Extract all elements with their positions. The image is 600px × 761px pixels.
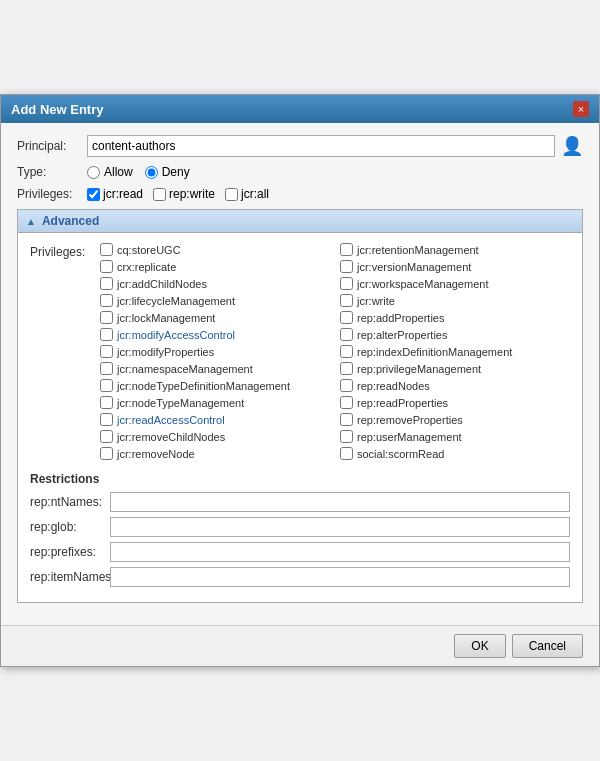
priv-item: jcr:versionManagement [340,260,570,273]
allow-radio-text: Allow [104,165,133,179]
jcr-all-label[interactable]: jcr:all [225,187,269,201]
priv-item: jcr:nodeTypeDefinitionManagement [100,379,330,392]
rep-userManagement-label: rep:userManagement [357,431,462,443]
rep-write-label[interactable]: rep:write [153,187,215,201]
close-button[interactable]: × [573,101,589,117]
rep-userManagement-checkbox[interactable] [340,430,353,443]
jcr-addChildNodes-checkbox[interactable] [100,277,113,290]
rep-privilegeManagement-label: rep:privilegeManagement [357,363,481,375]
jcr-namespaceManagement-checkbox[interactable] [100,362,113,375]
restriction-prefixes-input[interactable] [110,542,570,562]
jcr-lifecycleManagement-label: jcr:lifecycleManagement [117,295,235,307]
priv-left-col: cq:storeUGC crx:replicate jcr:addChildNo… [100,243,330,460]
advanced-privileges-label: Privileges: [30,243,100,460]
priv-item: crx:replicate [100,260,330,273]
rep-indexDefinitionManagement-label: rep:indexDefinitionManagement [357,346,512,358]
type-label: Type: [17,165,87,179]
principal-input[interactable] [87,135,555,157]
cq-storeUGC-checkbox[interactable] [100,243,113,256]
priv-item: jcr:modifyAccessControl [100,328,330,341]
rep-indexDefinitionManagement-checkbox[interactable] [340,345,353,358]
deny-radio[interactable] [145,166,158,179]
jcr-removeChildNodes-label: jcr:removeChildNodes [117,431,225,443]
restriction-itemNames-label: rep:itemNames: [30,570,110,584]
ok-button[interactable]: OK [454,634,505,658]
priv-item: jcr:removeNode [100,447,330,460]
priv-item: rep:removeProperties [340,413,570,426]
priv-item: rep:userManagement [340,430,570,443]
priv-item: rep:readProperties [340,396,570,409]
jcr-removeNode-label: jcr:removeNode [117,448,195,460]
jcr-readAccessControl-checkbox[interactable] [100,413,113,426]
social-scormRead-checkbox[interactable] [340,447,353,460]
jcr-nodeTypeDefinitionManagement-checkbox[interactable] [100,379,113,392]
jcr-modifyProperties-checkbox[interactable] [100,345,113,358]
priv-item: rep:indexDefinitionManagement [340,345,570,358]
principal-row: Principal: 👤 [17,135,583,157]
principal-field-value: 👤 [87,135,583,157]
jcr-all-checkbox[interactable] [225,188,238,201]
user-icon[interactable]: 👤 [561,135,583,157]
jcr-read-text: jcr:read [103,187,143,201]
jcr-all-text: jcr:all [241,187,269,201]
deny-radio-text: Deny [162,165,190,179]
add-new-entry-dialog: Add New Entry × Principal: 👤 Type: Allow [0,94,600,667]
rep-addProperties-checkbox[interactable] [340,311,353,324]
jcr-write-checkbox[interactable] [340,294,353,307]
collapse-icon: ▲ [26,216,36,227]
restriction-glob-label: rep:glob: [30,520,110,534]
jcr-modifyProperties-label: jcr:modifyProperties [117,346,214,358]
priv-item: jcr:nodeTypeManagement [100,396,330,409]
title-bar: Add New Entry × [1,95,599,123]
restriction-ntNames-label: rep:ntNames: [30,495,110,509]
advanced-section: ▲ Advanced Privileges: cq:storeUGC [17,209,583,603]
principal-label: Principal: [17,139,87,153]
restriction-row-ntNames: rep:ntNames: [30,492,570,512]
jcr-read-label[interactable]: jcr:read [87,187,143,201]
priv-item: jcr:retentionManagement [340,243,570,256]
rep-removeProperties-checkbox[interactable] [340,413,353,426]
jcr-lockManagement-label: jcr:lockManagement [117,312,215,324]
allow-radio[interactable] [87,166,100,179]
priv-item: jcr:write [340,294,570,307]
rep-readNodes-checkbox[interactable] [340,379,353,392]
jcr-lifecycleManagement-checkbox[interactable] [100,294,113,307]
allow-radio-label[interactable]: Allow [87,165,133,179]
rep-readProperties-label: rep:readProperties [357,397,448,409]
jcr-nodeTypeManagement-checkbox[interactable] [100,396,113,409]
jcr-removeNode-checkbox[interactable] [100,447,113,460]
dialog-body: Principal: 👤 Type: Allow Deny Pr [1,123,599,625]
jcr-lockManagement-checkbox[interactable] [100,311,113,324]
priv-item: jcr:workspaceManagement [340,277,570,290]
jcr-versionManagement-checkbox[interactable] [340,260,353,273]
priv-right-col: jcr:retentionManagement jcr:versionManag… [340,243,570,460]
restriction-row-itemNames: rep:itemNames: [30,567,570,587]
restriction-glob-input[interactable] [110,517,570,537]
jcr-addChildNodes-label: jcr:addChildNodes [117,278,207,290]
jcr-workspaceManagement-label: jcr:workspaceManagement [357,278,488,290]
jcr-workspaceManagement-checkbox[interactable] [340,277,353,290]
advanced-label: Advanced [42,214,99,228]
restriction-itemNames-input[interactable] [110,567,570,587]
priv-item: jcr:removeChildNodes [100,430,330,443]
rep-readProperties-checkbox[interactable] [340,396,353,409]
privileges-row: Privileges: jcr:read rep:write jcr:all [17,187,583,201]
crx-replicate-checkbox[interactable] [100,260,113,273]
cancel-button[interactable]: Cancel [512,634,583,658]
restrictions-title: Restrictions [30,472,570,486]
jcr-retentionManagement-label: jcr:retentionManagement [357,244,479,256]
rep-write-checkbox[interactable] [153,188,166,201]
jcr-retentionManagement-checkbox[interactable] [340,243,353,256]
restriction-ntNames-input[interactable] [110,492,570,512]
restriction-prefixes-label: rep:prefixes: [30,545,110,559]
jcr-removeChildNodes-checkbox[interactable] [100,430,113,443]
jcr-write-label: jcr:write [357,295,395,307]
rep-alterProperties-checkbox[interactable] [340,328,353,341]
rep-privilegeManagement-checkbox[interactable] [340,362,353,375]
jcr-read-checkbox[interactable] [87,188,100,201]
rep-alterProperties-label: rep:alterProperties [357,329,448,341]
jcr-modifyAccessControl-checkbox[interactable] [100,328,113,341]
priv-item: jcr:modifyProperties [100,345,330,358]
advanced-header[interactable]: ▲ Advanced [18,210,582,233]
deny-radio-label[interactable]: Deny [145,165,190,179]
